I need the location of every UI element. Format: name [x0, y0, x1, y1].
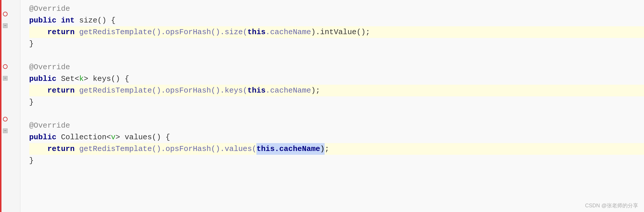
keyword-public-3: public [29, 131, 61, 143]
line-return-size: return getRedisTemplate().opsForHash().s… [29, 26, 644, 38]
gutter-fold-3[interactable]: − [3, 128, 8, 133]
dot-cachename-2: .cacheName [265, 85, 311, 96]
method-chain-keys: getRedisTemplate().opsForHash().keys( [79, 85, 247, 96]
collection-type: Collection< [61, 131, 111, 143]
line-close-brace-2: } [29, 96, 644, 108]
this-keyword-1: this [247, 26, 265, 38]
blank-line-1 [29, 50, 644, 61]
fold-icon-3[interactable]: − [3, 128, 8, 133]
code-area[interactable]: @Override public int size() { return get… [20, 0, 644, 212]
keyword-return-3: return [29, 143, 79, 155]
marker-circle-1a [3, 12, 8, 16]
this-keyword-3-highlighted: this [256, 143, 275, 155]
line-public-keys: public Set<k> keys() { [29, 73, 644, 85]
marker-circle-2a [3, 64, 8, 69]
brace-close-2: } [29, 96, 34, 108]
gutter-fold-1[interactable]: − [3, 23, 8, 28]
fold-icon-1[interactable]: − [3, 23, 8, 28]
gutter: − − − [0, 0, 20, 212]
type-k: k [79, 73, 84, 85]
left-border-accent [0, 0, 1, 212]
set-close: > keys() { [84, 73, 129, 85]
cachename-3-highlighted: .cacheName [275, 143, 320, 155]
code-lines: @Override public int size() { return get… [20, 0, 644, 169]
keyword-int: int [61, 15, 79, 26]
line-public-values: public Collection<v> values() { [29, 131, 644, 143]
set-type: Set< [61, 73, 79, 85]
brace-close-3: } [29, 155, 34, 166]
line-return-values: return getRedisTemplate().opsForHash().v… [29, 143, 644, 155]
line-override-2: @Override [29, 61, 644, 73]
method-size: size() { [79, 15, 116, 26]
gutter-marker-1a [3, 12, 8, 16]
collection-close: > values() { [115, 131, 170, 143]
watermark: CSDN @张老师的分享 [585, 202, 638, 209]
method-chain-values: getRedisTemplate().opsForHash().values( [79, 143, 257, 155]
dot-cachename-1: .cacheName [265, 26, 311, 38]
keyword-return-1: return [29, 26, 79, 38]
gutter-marker-3a [3, 117, 8, 121]
fold-icon-2[interactable]: − [3, 76, 8, 81]
close-paren-1: ).intValue(); [311, 26, 370, 38]
annotation-2: @Override [29, 61, 70, 73]
gutter-fold-2[interactable]: − [3, 76, 8, 81]
marker-circle-3a [3, 117, 8, 121]
line-override-3: @Override [29, 120, 644, 131]
line-close-brace-1: } [29, 38, 644, 50]
editor-container: − − − @Override public int size() { [0, 0, 644, 212]
annotation-3: @Override [29, 120, 70, 131]
keyword-public-1: public [29, 15, 61, 26]
blank-line-2 [29, 108, 644, 120]
keyword-public-2: public [29, 73, 61, 85]
line-override-1: @Override [29, 3, 644, 15]
line-return-keys: return getRedisTemplate().opsForHash().k… [29, 85, 644, 96]
brace-close-1: } [29, 38, 34, 50]
keyword-return-2: return [29, 85, 79, 96]
annotation-1: @Override [29, 3, 70, 15]
method-chain-size: getRedisTemplate().opsForHash().size( [79, 26, 247, 38]
gutter-marker-2a [3, 64, 8, 69]
this-keyword-2: this [247, 85, 265, 96]
line-public-size: public int size() { [29, 15, 644, 26]
close-paren-bracket-highlighted: ) [320, 143, 325, 155]
close-paren-2: ); [311, 85, 320, 96]
semicolon-3: ; [325, 143, 329, 155]
type-v: v [111, 131, 116, 143]
line-close-brace-3: } [29, 155, 644, 166]
